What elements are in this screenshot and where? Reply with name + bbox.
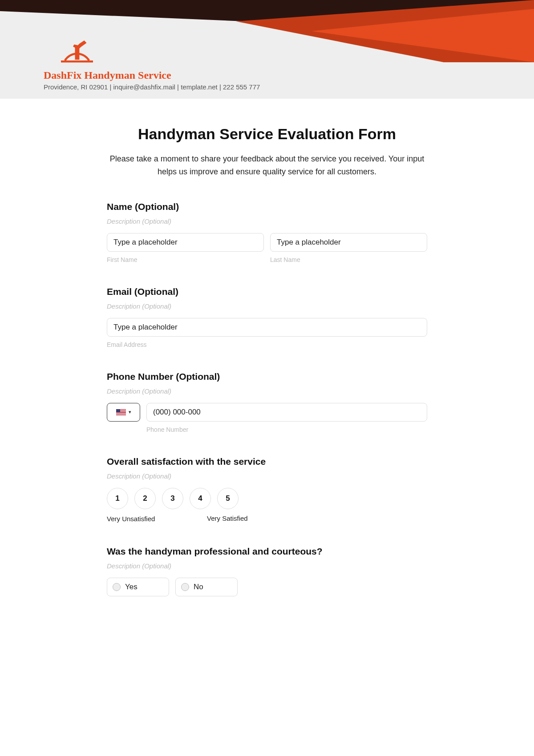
- professional-label: Was the handyman professional and courte…: [107, 546, 427, 557]
- phone-sublabel: Phone Number: [146, 426, 427, 433]
- satisfaction-label: Overall satisfaction with the service: [107, 456, 427, 467]
- rating-2[interactable]: 2: [134, 488, 156, 509]
- company-info: Providence, RI 02901 | inquire@dashfix.m…: [44, 83, 260, 91]
- email-field-group: Email (Optional) Description (Optional) …: [107, 286, 427, 348]
- first-name-sublabel: First Name: [107, 256, 264, 263]
- phone-label: Phone Number (Optional): [107, 371, 427, 382]
- last-name-input[interactable]: [270, 233, 427, 252]
- radio-icon: [181, 583, 189, 591]
- rating-low-label: Very Unsatisfied: [107, 515, 156, 523]
- satisfaction-description: Description (Optional): [107, 472, 427, 480]
- chevron-down-icon: ▾: [129, 409, 131, 415]
- phone-field-group: Phone Number (Optional) Description (Opt…: [107, 371, 427, 433]
- logo-block: DashFix Handyman Service Providence, RI …: [44, 36, 260, 91]
- svg-rect-3: [61, 60, 93, 63]
- rating-5[interactable]: 5: [217, 488, 239, 509]
- professional-no-option[interactable]: No: [175, 578, 238, 596]
- professional-description: Description (Optional): [107, 562, 427, 570]
- name-field-group: Name (Optional) Description (Optional) F…: [107, 201, 427, 263]
- satisfaction-field-group: Overall satisfaction with the service De…: [107, 456, 427, 523]
- professional-yes-text: Yes: [125, 583, 138, 591]
- form-subtitle: Please take a moment to share your feedb…: [107, 153, 427, 178]
- last-name-sublabel: Last Name: [270, 256, 427, 263]
- country-code-select[interactable]: ▾: [107, 403, 140, 422]
- radio-icon: [113, 583, 121, 591]
- professional-field-group: Was the handyman professional and courte…: [107, 546, 427, 596]
- name-description: Description (Optional): [107, 217, 427, 225]
- phone-description: Description (Optional): [107, 387, 427, 395]
- first-name-input[interactable]: [107, 233, 264, 252]
- header-decoration: [0, 0, 534, 36]
- page-header: DashFix Handyman Service Providence, RI …: [0, 0, 534, 99]
- phone-input[interactable]: [146, 403, 427, 422]
- hammer-logo-icon: [57, 36, 97, 67]
- form-container: Handyman Service Evaluation Form Please …: [107, 125, 427, 596]
- rating-1[interactable]: 1: [107, 488, 128, 509]
- company-name: DashFix Handyman Service: [44, 69, 260, 81]
- email-input[interactable]: [107, 318, 427, 337]
- professional-yes-option[interactable]: Yes: [107, 578, 169, 596]
- name-label: Name (Optional): [107, 201, 427, 212]
- rating-4[interactable]: 4: [190, 488, 211, 509]
- professional-no-text: No: [194, 583, 203, 591]
- form-title: Handyman Service Evaluation Form: [107, 125, 427, 143]
- email-description: Description (Optional): [107, 302, 427, 310]
- email-sublabel: Email Address: [107, 341, 427, 348]
- rating-high-label: Very Satisfied: [207, 515, 248, 523]
- email-label: Email (Optional): [107, 286, 427, 297]
- rating-3[interactable]: 3: [162, 488, 183, 509]
- us-flag-icon: [116, 409, 126, 415]
